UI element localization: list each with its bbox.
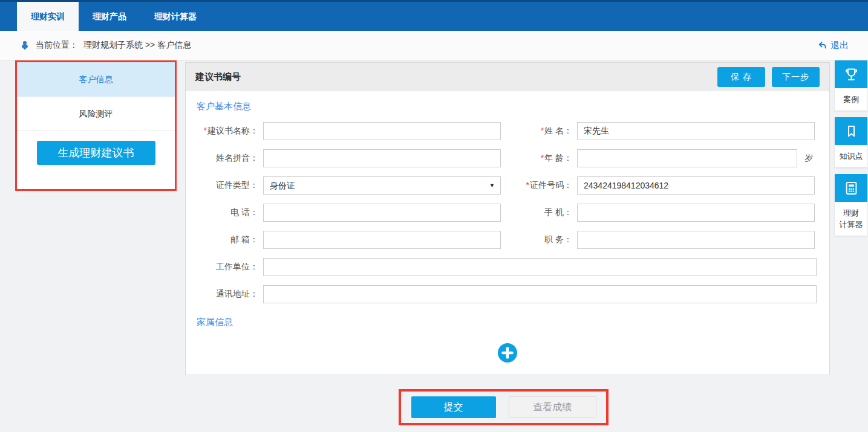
proposal-name-input[interactable] <box>263 122 501 140</box>
name-pinyin-input[interactable] <box>263 149 501 167</box>
phone-label: 电 话： <box>195 207 263 218</box>
breadcrumb-bar: 当前位置： 理财规划子系统 >> 客户信息 退出 <box>0 31 868 60</box>
job-title-input[interactable] <box>577 231 815 249</box>
phone-field: 电 话： <box>195 204 501 222</box>
id-type-label: 证件类型： <box>195 180 263 191</box>
toolbar-label-case: 案例 <box>835 88 867 111</box>
proposal-name-label: *建议书名称： <box>195 126 263 137</box>
calculator-icon <box>835 174 867 202</box>
tab-licai-shixun[interactable]: 理财实训 <box>17 2 79 31</box>
chevron-down-icon: ▼ <box>489 177 495 194</box>
trophy-icon <box>835 60 867 88</box>
id-number-label: *证件号码： <box>501 180 577 191</box>
family-info-section-title: 家属信息 <box>197 317 820 328</box>
id-number-field: *证件号码： <box>501 176 815 195</box>
side-toolbar: 案例 知识点 理财 计算器 <box>835 60 868 242</box>
name-pinyin-label: 姓名拼音： <box>195 153 263 164</box>
id-type-field: 证件类型：身份证▼ <box>195 176 501 195</box>
breadcrumb-prefix: 当前位置： <box>36 40 78 51</box>
toolbar-item-calculator[interactable]: 理财 计算器 <box>835 174 867 236</box>
next-step-button[interactable]: 下一步 <box>772 67 820 87</box>
main-panel: 建议书编号 保 存 下一步 客户基本信息 *建议书名称：*姓 名：姓名拼音：*年… <box>185 62 830 375</box>
logout-label: 退出 <box>830 40 849 51</box>
page: 理财实训 理财产品 理财计算器 当前位置： 理财规划子系统 >> 客户信息 退出… <box>0 0 868 432</box>
required-asterisk: * <box>541 153 544 163</box>
basic-info-section-title: 客户基本信息 <box>197 101 820 112</box>
tab-licai-chanpin[interactable]: 理财产品 <box>79 2 140 31</box>
save-button[interactable]: 保 存 <box>717 67 765 87</box>
email-input[interactable] <box>263 231 501 249</box>
sidebar-annotated-box: 客户信息 风险测评 生成理财建议书 <box>15 60 177 191</box>
job-title-label: 职 务： <box>501 234 577 245</box>
email-label: 邮 箱： <box>195 234 263 245</box>
view-score-button[interactable]: 查看成绩 <box>509 396 596 418</box>
required-asterisk: * <box>541 126 544 135</box>
add-family-member-button[interactable] <box>497 343 518 363</box>
customer-name-input[interactable] <box>577 122 815 140</box>
customer-basic-info-form: *建议书名称：*姓 名：姓名拼音：*年 龄：岁证件类型：身份证▼*证件号码：电 … <box>195 122 820 303</box>
age-field: *年 龄：岁 <box>501 149 813 167</box>
name-pinyin-field: 姓名拼音： <box>195 149 501 167</box>
customer-name-label: *姓 名： <box>501 126 577 137</box>
mobile-label: 手 机： <box>501 207 577 218</box>
required-asterisk: * <box>204 126 207 135</box>
customer-name-field: *姓 名： <box>501 122 815 140</box>
toolbar-label-calculator-line1: 理财 <box>843 208 859 218</box>
generate-proposal-button[interactable]: 生成理财建议书 <box>37 141 155 165</box>
address-label: 通讯地址： <box>195 289 263 300</box>
email-field: 邮 箱： <box>195 231 501 249</box>
sidebar-item-customer-info[interactable]: 客户信息 <box>17 62 175 97</box>
logout-button[interactable]: 退出 <box>817 40 849 51</box>
tab-licai-jisuanqi[interactable]: 理财计算器 <box>140 2 210 31</box>
footer-annotated-box: 提交 查看成绩 <box>399 389 609 425</box>
back-arrow-icon <box>817 40 827 50</box>
toolbar-item-knowledge[interactable]: 知识点 <box>835 117 867 167</box>
age-input[interactable] <box>577 149 797 167</box>
toolbar-label-knowledge: 知识点 <box>835 145 867 167</box>
age-label: *年 龄： <box>501 153 577 164</box>
mobile-field: 手 机： <box>501 204 815 222</box>
phone-input[interactable] <box>263 204 501 222</box>
submit-button[interactable]: 提交 <box>411 396 496 418</box>
toolbar-label-calculator-line2: 计算器 <box>840 220 863 229</box>
address-input[interactable] <box>263 285 817 303</box>
required-asterisk: * <box>526 180 529 190</box>
employer-field: 工作单位： <box>195 258 817 276</box>
panel-header: 建议书编号 保 存 下一步 <box>186 63 829 91</box>
mobile-input[interactable] <box>577 204 815 222</box>
top-nav: 理财实训 理财产品 理财计算器 <box>0 0 868 31</box>
bookmark-icon <box>835 117 867 145</box>
toolbar-label-calculator: 理财 计算器 <box>835 202 867 236</box>
address-field: 通讯地址： <box>195 285 817 303</box>
id-number-input[interactable] <box>577 176 815 195</box>
sidebar-item-risk-assessment[interactable]: 风险测评 <box>17 97 175 131</box>
user-location-icon <box>19 40 30 51</box>
breadcrumb-path: 理财规划子系统 >> 客户信息 <box>83 40 191 51</box>
plus-icon <box>497 343 518 363</box>
panel-title: 建议书编号 <box>195 71 241 83</box>
employer-label: 工作单位： <box>195 262 263 272</box>
id-type-select[interactable]: 身份证▼ <box>263 176 501 195</box>
age-suffix: 岁 <box>804 153 813 164</box>
employer-input[interactable] <box>263 258 817 276</box>
proposal-name-field: *建议书名称： <box>195 122 501 140</box>
panel-body: 客户基本信息 *建议书名称：*姓 名：姓名拼音：*年 龄：岁证件类型：身份证▼*… <box>186 91 829 363</box>
job-title-field: 职 务： <box>501 231 815 249</box>
toolbar-item-case[interactable]: 案例 <box>835 60 867 111</box>
